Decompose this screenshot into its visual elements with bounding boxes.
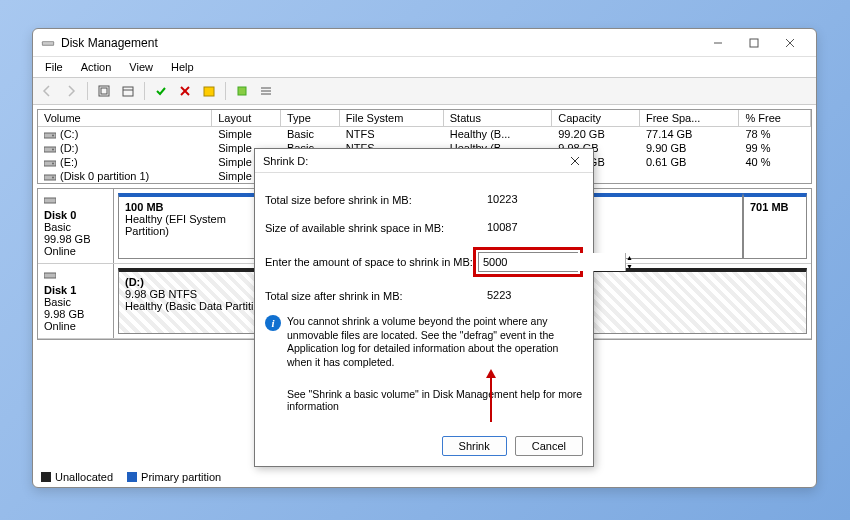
toolbar	[33, 77, 816, 105]
svg-rect-25	[44, 198, 56, 203]
shrink-amount-spinner[interactable]: ▲▼	[478, 252, 578, 272]
svg-rect-26	[44, 273, 56, 278]
dialog-titlebar: Shrink D:	[255, 149, 593, 173]
help-text: See "Shrink a basic volume" in Disk Mana…	[287, 388, 583, 412]
info-icon: i	[265, 315, 281, 331]
svg-point-18	[52, 135, 54, 137]
legend-primary: Primary partition	[141, 471, 221, 483]
cancel-button[interactable]: Cancel	[515, 436, 583, 456]
app-icon	[41, 36, 55, 50]
col-header[interactable]: Capacity	[552, 110, 640, 127]
action-icon[interactable]	[151, 81, 171, 101]
partition[interactable]: 701 MB	[743, 193, 807, 259]
legend: Unallocated Primary partition	[41, 471, 221, 483]
col-header[interactable]: Type	[280, 110, 339, 127]
svg-rect-8	[123, 87, 133, 96]
disk-info[interactable]: Disk 1Basic9.98 GBOnline	[38, 264, 114, 338]
info-text: You cannot shrink a volume beyond the po…	[287, 315, 583, 370]
dialog-title: Shrink D:	[263, 155, 565, 167]
col-header[interactable]: Volume	[38, 110, 212, 127]
back-icon[interactable]	[37, 81, 57, 101]
shrink-button[interactable]: Shrink	[442, 436, 507, 456]
total-after-value: 5223	[483, 287, 583, 305]
col-header[interactable]: % Free	[739, 110, 811, 127]
legend-swatch-primary	[127, 472, 137, 482]
list-icon[interactable]	[256, 81, 276, 101]
mount-icon[interactable]	[232, 81, 252, 101]
menu-help[interactable]: Help	[163, 59, 202, 75]
svg-rect-7	[101, 88, 107, 94]
annotation-arrow	[490, 372, 492, 422]
svg-rect-19	[44, 147, 56, 152]
shrink-amount-input[interactable]	[479, 253, 625, 271]
svg-rect-1	[43, 42, 54, 45]
svg-rect-23	[44, 175, 56, 180]
col-header[interactable]: Free Spa...	[639, 110, 738, 127]
svg-rect-17	[44, 133, 56, 138]
available-label: Size of available shrink space in MB:	[265, 222, 483, 234]
spin-down-icon[interactable]: ▼	[626, 262, 633, 271]
separator	[144, 82, 145, 100]
delete-icon[interactable]	[175, 81, 195, 101]
spin-up-icon[interactable]: ▲	[626, 253, 633, 262]
total-before-value: 10223	[483, 191, 583, 209]
refresh-icon[interactable]	[94, 81, 114, 101]
col-header[interactable]: Status	[443, 110, 551, 127]
total-after-label: Total size after shrink in MB:	[265, 290, 483, 302]
shrink-dialog: Shrink D: Total size before shrink in MB…	[254, 148, 594, 467]
separator	[87, 82, 88, 100]
col-header[interactable]: File System	[339, 110, 443, 127]
disk-info[interactable]: Disk 0Basic99.98 GBOnline	[38, 189, 114, 263]
dialog-close-button[interactable]	[565, 152, 585, 170]
highlight-box: ▲▼	[473, 247, 583, 277]
menu-view[interactable]: View	[121, 59, 161, 75]
svg-rect-3	[750, 39, 758, 47]
menu-file[interactable]: File	[37, 59, 71, 75]
maximize-button[interactable]	[736, 31, 772, 55]
col-header[interactable]: Layout	[212, 110, 281, 127]
window-title: Disk Management	[61, 36, 700, 50]
svg-point-20	[52, 149, 54, 151]
svg-rect-13	[238, 87, 246, 95]
partition[interactable]: 100 MBHealthy (EFI System Partition)	[118, 193, 272, 259]
properties-icon[interactable]	[118, 81, 138, 101]
menubar: File Action View Help	[33, 57, 816, 77]
menu-action[interactable]: Action	[73, 59, 120, 75]
separator	[225, 82, 226, 100]
svg-rect-12	[204, 87, 214, 96]
svg-point-22	[52, 163, 54, 165]
titlebar: Disk Management	[33, 29, 816, 57]
help-icon[interactable]	[199, 81, 219, 101]
close-button[interactable]	[772, 31, 808, 55]
legend-swatch-unallocated	[41, 472, 51, 482]
forward-icon[interactable]	[61, 81, 81, 101]
svg-rect-21	[44, 161, 56, 166]
enter-shrink-label: Enter the amount of space to shrink in M…	[265, 256, 473, 268]
available-value: 10087	[483, 219, 583, 237]
total-before-label: Total size before shrink in MB:	[265, 194, 483, 206]
volume-row[interactable]: (C:)SimpleBasicNTFSHealthy (B...99.20 GB…	[38, 127, 811, 142]
svg-point-24	[52, 177, 54, 179]
legend-unallocated: Unallocated	[55, 471, 113, 483]
minimize-button[interactable]	[700, 31, 736, 55]
